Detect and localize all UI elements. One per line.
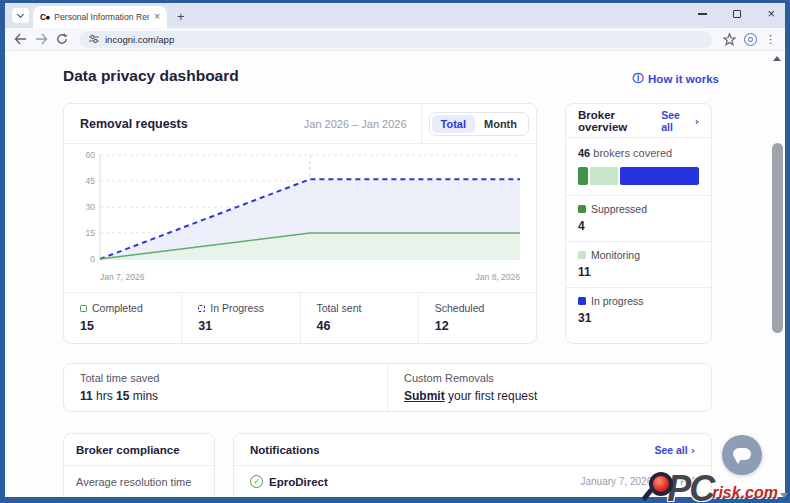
total-time-saved-cell: Total time saved 11 hrs 15 mins: [64, 364, 387, 411]
stat-value: 12: [435, 319, 536, 333]
close-button[interactable]: ×: [767, 9, 775, 19]
monitoring-legend-icon: [578, 251, 586, 259]
scrollbar-thumb[interactable]: [772, 143, 783, 333]
svg-text:0: 0: [90, 254, 95, 264]
forward-icon[interactable]: [35, 33, 48, 45]
broker-see-all-link[interactable]: See all ›: [661, 109, 699, 133]
info-icon: ⓘ: [633, 71, 645, 86]
broker-item-in-progress: In progress 31: [566, 288, 711, 333]
bookmark-star-icon[interactable]: [723, 33, 736, 46]
svg-text:30: 30: [86, 202, 96, 212]
tab-close-icon[interactable]: ×: [154, 12, 160, 22]
notifications-card: Notifications See all › ✓ EproDirect Jan…: [233, 433, 712, 497]
coverage-segment-suppressed: [578, 167, 588, 185]
view-toggle: Total Month: [421, 104, 536, 143]
in-progress-legend-icon: [578, 297, 586, 305]
brokers-covered-text: 46 brokers covered: [578, 147, 699, 159]
in-progress-icon: [198, 305, 205, 312]
browser-window: C● Personal Information Removal S × + × …: [0, 0, 790, 503]
removal-requests-card: Removal requests Jan 2026 – Jan 2026 Tot…: [63, 103, 537, 344]
date-range: Jan 2026 – Jan 2026: [304, 118, 421, 130]
broker-compliance-title: Broker compliance: [76, 444, 180, 456]
broker-item-suppressed: Suppressed 4: [566, 196, 711, 242]
coverage-segment-in-progress: [620, 167, 699, 185]
tune-icon[interactable]: [89, 34, 99, 44]
removal-stats-row: Completed 15 In Progress 31 Total sent 4…: [64, 292, 536, 343]
watermark-caret-icon: [780, 493, 788, 498]
check-circle-icon: ✓: [250, 475, 263, 488]
time-saved-card: Total time saved 11 hrs 15 mins Custom R…: [63, 363, 712, 412]
page-title: Data privacy dashboard: [63, 67, 239, 85]
maximize-button[interactable]: [733, 10, 741, 18]
time-saved-value: 11 hrs 15 mins: [80, 389, 371, 403]
removal-chart: 015304560Jan 7, 2026Jan 8, 2026: [72, 149, 530, 284]
new-tab-button[interactable]: +: [177, 10, 185, 23]
notification-message: has completed our removal request: [250, 495, 695, 497]
submit-link[interactable]: Submit: [404, 389, 445, 403]
browser-toolbar: incogni.com/app ⋮: [5, 28, 785, 51]
stat-in-progress: In Progress 31: [181, 293, 299, 343]
chevron-right-icon: ›: [695, 115, 699, 127]
chevron-down-icon: [17, 11, 24, 18]
notification-item[interactable]: ✓ EproDirect January 7, 2026, 2:47 PM ha…: [234, 466, 711, 497]
removal-card-header: Removal requests Jan 2026 – Jan 2026 Tot…: [64, 104, 536, 144]
menu-icon[interactable]: ⋮: [765, 33, 776, 46]
address-bar[interactable]: incogni.com/app: [79, 31, 712, 48]
brokers-covered-section: 46 brokers covered: [566, 138, 711, 196]
reload-icon[interactable]: [56, 33, 68, 45]
chevron-right-icon: ›: [691, 444, 695, 456]
tab-strip: C● Personal Information Removal S × + ×: [5, 3, 785, 28]
stat-value: 46: [317, 319, 418, 333]
tab-search-button[interactable]: [12, 8, 29, 23]
svg-text:45: 45: [86, 176, 96, 186]
watermark-risk: risk.com: [712, 484, 778, 502]
back-icon[interactable]: [14, 33, 27, 45]
watermark-pc: PC: [667, 475, 713, 503]
completed-icon: [80, 305, 87, 312]
scroll-up-arrow[interactable]: [773, 56, 781, 61]
avg-resolution-value: 12 days: [76, 495, 202, 497]
notification-broker-name: EproDirect: [269, 476, 328, 488]
chat-button[interactable]: [722, 435, 762, 475]
removal-card-title: Removal requests: [64, 117, 188, 131]
tab-title: Personal Information Removal S: [54, 12, 149, 22]
how-it-works-link[interactable]: ⓘ How it works: [633, 71, 719, 86]
toggle-month[interactable]: Month: [475, 115, 526, 133]
window-controls: ×: [698, 9, 775, 19]
magnifier-icon: [649, 472, 673, 496]
stat-value: 31: [198, 319, 299, 333]
minimize-button[interactable]: [698, 13, 707, 14]
stat-scheduled: Scheduled 12: [418, 293, 536, 343]
notifications-title: Notifications: [250, 444, 320, 456]
svg-text:Jan 8, 2026: Jan 8, 2026: [476, 272, 521, 282]
coverage-bar: [578, 167, 699, 185]
svg-text:Jan 7, 2026: Jan 7, 2026: [100, 272, 145, 282]
stat-total-sent: Total sent 46: [300, 293, 418, 343]
toggle-total[interactable]: Total: [432, 115, 475, 133]
broker-item-monitoring: Monitoring 11: [566, 242, 711, 288]
broker-overview-card: Broker overview See all › 46 brokers cov…: [565, 103, 712, 344]
incogni-favicon-icon: C●: [40, 12, 49, 22]
stat-completed: Completed 15: [64, 293, 181, 343]
suppressed-legend-icon: [578, 205, 586, 213]
url-text: incogni.com/app: [105, 34, 174, 45]
main-content: Data privacy dashboard ⓘ How it works Re…: [5, 51, 785, 497]
custom-removals-cell: Custom Removals Submit your first reques…: [387, 364, 711, 411]
chat-bubble-icon: [733, 448, 751, 460]
stat-value: 15: [80, 319, 181, 333]
pcrisk-watermark: PC risk.com: [649, 472, 788, 503]
coverage-segment-monitoring: [590, 167, 618, 185]
notifications-see-all-link[interactable]: See all ›: [654, 444, 695, 456]
svg-text:15: 15: [86, 228, 96, 238]
svg-text:60: 60: [86, 150, 96, 160]
broker-overview-title: Broker overview: [578, 109, 661, 133]
avg-resolution-label: Average resolution time: [76, 476, 202, 488]
profile-icon[interactable]: [744, 33, 757, 46]
browser-tab[interactable]: C● Personal Information Removal S ×: [33, 6, 167, 28]
broker-compliance-card: Broker compliance Average resolution tim…: [63, 433, 215, 497]
